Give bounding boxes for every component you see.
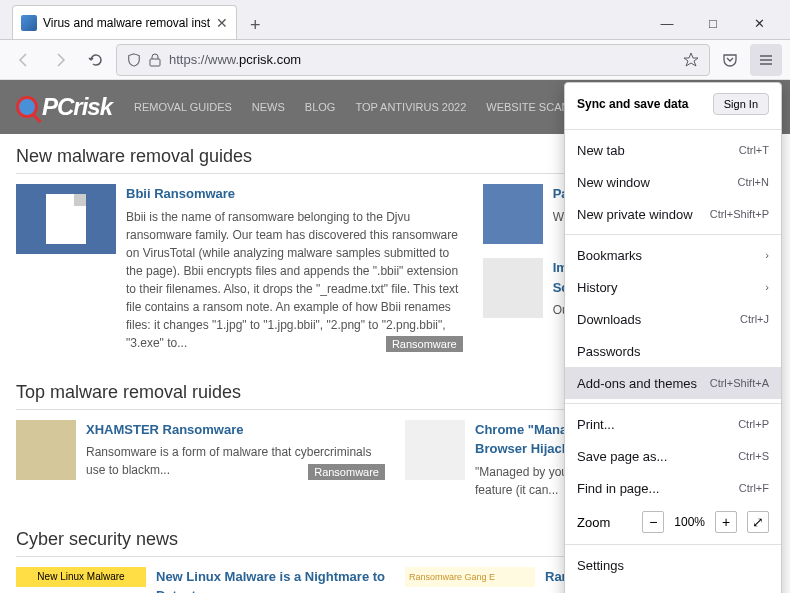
article-thumb[interactable] bbox=[483, 184, 543, 244]
article-title[interactable]: Bbii Ransomware bbox=[126, 184, 463, 204]
article-thumb[interactable] bbox=[16, 420, 76, 480]
menu-find[interactable]: Find in page...Ctrl+F bbox=[565, 472, 781, 504]
fullscreen-button[interactable]: ⤢ bbox=[747, 511, 769, 533]
menu-save-page[interactable]: Save page as...Ctrl+S bbox=[565, 440, 781, 472]
menu-downloads[interactable]: DownloadsCtrl+J bbox=[565, 303, 781, 335]
url-bar[interactable]: https://www.pcrisk.com bbox=[116, 44, 710, 76]
back-button[interactable] bbox=[8, 44, 40, 76]
article-thumb[interactable] bbox=[16, 184, 116, 254]
browser-toolbar: https://www.pcrisk.com bbox=[0, 40, 790, 80]
chevron-right-icon: › bbox=[765, 281, 769, 293]
article-thumb[interactable]: Ransomware Gang E bbox=[405, 567, 535, 587]
menu-sync-row: Sync and save data Sign In bbox=[565, 87, 781, 125]
nav-top-antivirus[interactable]: TOP ANTIVIRUS 2022 bbox=[355, 101, 466, 113]
app-menu: Sync and save data Sign In New tabCtrl+T… bbox=[564, 82, 782, 593]
article-title[interactable]: New Linux Malware is a Nightmare to Dete… bbox=[156, 567, 385, 594]
chevron-right-icon: › bbox=[765, 249, 769, 261]
menu-settings[interactable]: Settings bbox=[565, 549, 781, 581]
tab-favicon bbox=[21, 15, 37, 31]
article-thumb[interactable]: New Linux Malware bbox=[16, 567, 146, 587]
forward-button[interactable] bbox=[44, 44, 76, 76]
article-thumb[interactable] bbox=[483, 258, 543, 318]
nav-links: REMOVAL GUIDES NEWS BLOG TOP ANTIVIRUS 2… bbox=[134, 101, 593, 113]
tag-ransomware[interactable]: Ransomware bbox=[308, 464, 385, 480]
menu-history[interactable]: History› bbox=[565, 271, 781, 303]
bookmark-star-icon[interactable] bbox=[683, 52, 699, 68]
zoom-out-button[interactable]: − bbox=[642, 511, 664, 533]
article-xhamster: XHAMSTER Ransomware Ransomware is a form… bbox=[16, 420, 385, 480]
menu-passwords[interactable]: Passwords bbox=[565, 335, 781, 367]
minimize-button[interactable]: — bbox=[644, 7, 690, 39]
reload-button[interactable] bbox=[80, 44, 112, 76]
menu-separator bbox=[565, 544, 781, 545]
menu-addons-themes[interactable]: Add-ons and themesCtrl+Shift+A bbox=[565, 367, 781, 399]
menu-separator bbox=[565, 234, 781, 235]
new-tab-button[interactable]: + bbox=[241, 11, 269, 39]
window-controls: — □ ✕ bbox=[644, 7, 782, 39]
menu-bookmarks[interactable]: Bookmarks› bbox=[565, 239, 781, 271]
page-content: PCrisk REMOVAL GUIDES NEWS BLOG TOP ANTI… bbox=[0, 80, 790, 593]
zoom-value: 100% bbox=[674, 515, 705, 529]
svg-rect-0 bbox=[150, 59, 160, 66]
browser-tab[interactable]: Virus and malware removal inst ✕ bbox=[12, 5, 237, 39]
shield-icon bbox=[127, 53, 141, 67]
menu-zoom-row: Zoom − 100% + ⤢ bbox=[565, 504, 781, 540]
article-bbii: Bbii Ransomware Bbii is the name of rans… bbox=[16, 184, 463, 352]
tab-close-icon[interactable]: ✕ bbox=[216, 15, 228, 31]
magnifier-icon bbox=[16, 96, 38, 118]
article-title[interactable]: XHAMSTER Ransomware bbox=[86, 420, 385, 440]
nav-removal-guides[interactable]: REMOVAL GUIDES bbox=[134, 101, 232, 113]
article-excerpt: Bbii is the name of ransomware belonging… bbox=[126, 208, 463, 352]
article-thumb[interactable] bbox=[405, 420, 465, 480]
nav-blog[interactable]: BLOG bbox=[305, 101, 336, 113]
menu-new-window[interactable]: New windowCtrl+N bbox=[565, 166, 781, 198]
url-text: https://www.pcrisk.com bbox=[169, 52, 675, 67]
sync-title: Sync and save data bbox=[577, 97, 688, 111]
menu-new-tab[interactable]: New tabCtrl+T bbox=[565, 134, 781, 166]
maximize-button[interactable]: □ bbox=[690, 7, 736, 39]
titlebar: Virus and malware removal inst ✕ + — □ ✕ bbox=[0, 0, 790, 40]
sign-in-button[interactable]: Sign In bbox=[713, 93, 769, 115]
menu-print[interactable]: Print...Ctrl+P bbox=[565, 408, 781, 440]
app-menu-button[interactable] bbox=[750, 44, 782, 76]
article-linux: New Linux Malware New Linux Malware is a… bbox=[16, 567, 385, 594]
lock-icon bbox=[149, 53, 161, 67]
menu-new-private-window[interactable]: New private windowCtrl+Shift+P bbox=[565, 198, 781, 230]
tag-ransomware[interactable]: Ransomware bbox=[386, 336, 463, 352]
menu-separator bbox=[565, 403, 781, 404]
zoom-in-button[interactable]: + bbox=[715, 511, 737, 533]
pocket-button[interactable] bbox=[714, 44, 746, 76]
menu-separator bbox=[565, 129, 781, 130]
nav-news[interactable]: NEWS bbox=[252, 101, 285, 113]
menu-more-tools[interactable]: More tools› bbox=[565, 581, 781, 593]
zoom-label: Zoom bbox=[577, 515, 632, 530]
site-logo[interactable]: PCrisk bbox=[16, 93, 112, 121]
close-window-button[interactable]: ✕ bbox=[736, 7, 782, 39]
tab-title: Virus and malware removal inst bbox=[43, 16, 210, 30]
